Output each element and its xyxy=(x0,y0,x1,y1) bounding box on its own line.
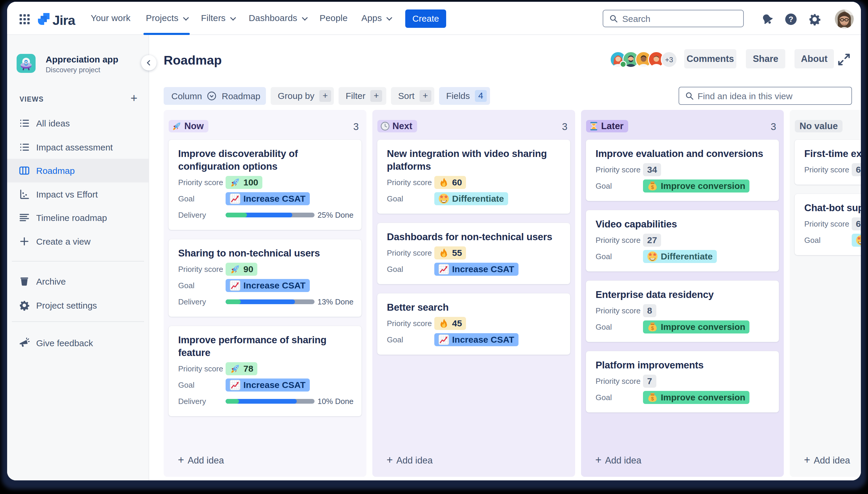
svg-text:$: $ xyxy=(651,396,654,402)
svg-text:Jira: Jira xyxy=(53,13,76,28)
svg-text:$: $ xyxy=(651,185,654,190)
svg-text:?: ? xyxy=(789,15,793,24)
svg-text:+3: +3 xyxy=(665,56,673,64)
svg-text:$: $ xyxy=(651,325,654,331)
